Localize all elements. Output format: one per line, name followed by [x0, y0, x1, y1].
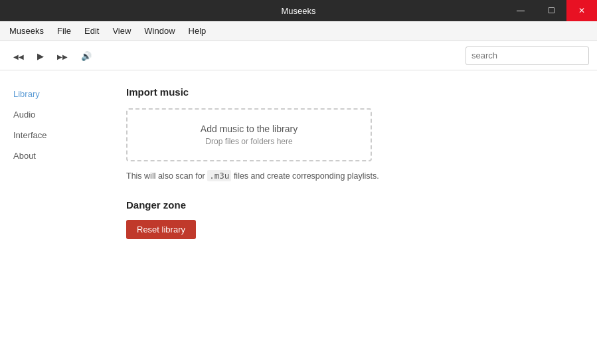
previous-button[interactable]	[8, 46, 29, 65]
menu-item-edit[interactable]: Edit	[78, 23, 106, 39]
volume-button[interactable]	[76, 46, 97, 65]
scan-note-suffix: files and create corresponding playlists…	[234, 171, 379, 181]
sidebar: Library Audio Interface About	[0, 70, 106, 364]
scan-note-text: This will also scan for	[126, 171, 205, 181]
content-area: Import music Add music to the library Dr…	[106, 70, 597, 364]
minimize-button[interactable]: —	[505, 0, 536, 21]
menubar: Museeks File Edit View Window Help	[0, 21, 597, 41]
scan-note-code: .m3u	[207, 170, 231, 181]
drop-zone-subtitle: Drop files or folders here	[205, 137, 292, 146]
sidebar-item-library[interactable]: Library	[0, 84, 106, 104]
volume-icon	[81, 50, 92, 61]
titlebar: Museeks — ☐ ✕	[0, 0, 597, 21]
playback-controls	[8, 46, 466, 65]
menu-item-window[interactable]: Window	[137, 23, 181, 39]
close-button[interactable]: ✕	[566, 0, 597, 21]
menu-item-view[interactable]: View	[106, 23, 137, 39]
menu-item-museeks[interactable]: Museeks	[3, 23, 50, 39]
menu-item-file[interactable]: File	[50, 23, 78, 39]
main-area: Library Audio Interface About Import mus…	[0, 70, 597, 364]
app-title: Museeks	[281, 6, 315, 16]
menu-item-help[interactable]: Help	[182, 23, 213, 39]
prev-icon	[13, 50, 24, 61]
danger-section-title: Danger zone	[126, 199, 577, 211]
sidebar-item-interface[interactable]: Interface	[0, 125, 106, 145]
search-input[interactable]	[466, 46, 589, 65]
play-button[interactable]	[32, 46, 49, 65]
scan-note: This will also scan for .m3u files and c…	[126, 171, 577, 181]
toolbar	[0, 41, 597, 70]
maximize-button[interactable]: ☐	[536, 0, 566, 21]
next-icon	[57, 50, 68, 61]
next-button[interactable]	[52, 46, 73, 65]
drop-zone[interactable]: Add music to the library Drop files or f…	[126, 108, 372, 161]
sidebar-item-audio[interactable]: Audio	[0, 104, 106, 125]
window-controls: — ☐ ✕	[505, 0, 597, 21]
drop-zone-title: Add music to the library	[201, 124, 298, 134]
reset-library-button[interactable]: Reset library	[126, 220, 196, 239]
sidebar-item-about[interactable]: About	[0, 145, 106, 166]
import-section-title: Import music	[126, 86, 577, 98]
play-icon	[37, 50, 44, 61]
